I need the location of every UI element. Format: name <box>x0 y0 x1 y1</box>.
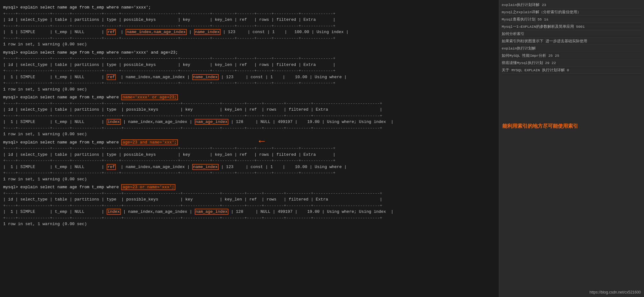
sidebar-item-10[interactable]: 关于 MYSQL EXPLAIN 执行计划详解 0 <box>502 68 641 74</box>
type-highlight-5: index <box>107 209 121 215</box>
type-highlight-4: ref <box>107 164 116 170</box>
condition-3: name='xxxx' or age=23; <box>121 94 178 100</box>
condition-5: age=23 or name='xxx'; <box>121 184 175 190</box>
sidebar-item-9-label: 彻底读懂Mysql执行计划 29 22 <box>502 61 556 65</box>
sidebar-item-4-label: Mysql一I—EXPLAIN的参数解析及简单应用 5001 <box>502 25 585 29</box>
query-4-prompt: mysql> explain select name age from t_em… <box>3 139 489 146</box>
type-highlight-2: ref <box>107 74 116 80</box>
header-2: | id | select_type | table | partitions … <box>3 62 489 68</box>
header-5: | id | select_type | table | partitions … <box>3 196 489 203</box>
divider: +----+-------------+-------+------------… <box>3 11 489 17</box>
type-highlight-3: index <box>107 119 121 125</box>
divider: +----+-------------+-------+------------… <box>3 23 489 29</box>
header-1: | id | select_type | table | partitions … <box>3 17 489 23</box>
sidebar-item-5[interactable]: 如何分析索引 <box>502 32 641 38</box>
terminal-area: mysql> explain select name age from t_em… <box>0 0 492 232</box>
divider: +----+-------------+-------+------------… <box>3 113 489 119</box>
key-highlight-4: name_index <box>192 164 219 170</box>
sidebar-item-4[interactable]: Mysql一I—EXPLAIN的参数解析及简单应用 5001 <box>502 24 641 30</box>
key-highlight-5: nam_age_index <box>195 209 228 215</box>
divider: +----+-------------+-------+------------… <box>3 158 489 164</box>
sidebar-item-1[interactable]: explain执行计划详解 23 <box>502 3 641 9</box>
key-highlight-2: name_index <box>192 74 219 80</box>
key-highlight-1: name_index <box>194 29 221 35</box>
sidebar: explain执行计划详解 23 mysql之explain详解（分析索引的最佳… <box>499 0 644 297</box>
divider: +----+-------------+-------+------------… <box>3 203 489 209</box>
sidebar-item-1-label: explain执行计划详解 23 <box>502 3 546 7</box>
divider: +----+-------------+-------+------------… <box>3 35 489 42</box>
sidebar-item-2-label: mysql之explain详解（分析索引的最佳使用） <box>502 10 581 14</box>
type-highlight-1: ref <box>107 29 116 35</box>
result-row-2: | 1 | SIMPLE | t_emp | NULL | ref | name… <box>3 74 489 80</box>
divider: +----+-------------+-------+------------… <box>3 68 489 74</box>
sidebar-item-10-label: 关于 MYSQL EXPLAIN 执行计划详解 0 <box>502 68 569 72</box>
condition-4: age=23 and name='xxx'; <box>121 139 178 145</box>
divider: +----+-------------+-------+------------… <box>3 80 489 86</box>
divider: +----+-------------+-------+------------… <box>3 145 489 152</box>
divider: +----+-------------+-------+------------… <box>3 125 489 131</box>
query-3-prompt: mysql> explain select name age from t_em… <box>3 94 489 101</box>
summary-5: 1 row in set, 1 warning (0.00 sec) <box>3 221 489 227</box>
arrow-icon: ← <box>259 136 265 147</box>
sidebar-item-8[interactable]: 如何MySQL 性能Impr分析 25 25 <box>502 53 641 59</box>
sidebar-item-7-label: explain执行计划解 <box>502 46 536 50</box>
summary-2: 1 row in set, 1 warning (0.00 sec) <box>3 86 489 93</box>
summary-3: 1 row in set, 1 warning (0.00 sec) <box>3 131 489 137</box>
query-2-prompt: mysql> explain select name age from t_em… <box>3 50 489 56</box>
sidebar-item-7[interactable]: explain执行计划解 <box>502 46 641 52</box>
annotation-text: 能利用索引的地方尽可能使用索引 <box>502 123 578 130</box>
divider: +----+-------------+-------+------------… <box>3 170 489 176</box>
sidebar-item-9[interactable]: 彻底读懂Mysql执行计划 29 22 <box>502 61 641 67</box>
result-row-4: | 1 | SIMPLE | t_emp | NULL | ref | name… <box>3 164 489 170</box>
sidebar-item-3-label: Mysql查看执行计划 55 1s <box>502 17 548 21</box>
result-row-5: | 1 | SIMPLE | t_emp | NULL | index | na… <box>3 209 489 215</box>
possible-keys-1: name_index,nam_age_index <box>126 29 186 35</box>
sidebar-item-8-label: 如何MySQL 性能Impr分析 25 25 <box>502 54 559 58</box>
result-row-3: | 1 | SIMPLE | t_emp | NULL | index | na… <box>3 119 489 125</box>
sidebar-item-5-label: 如何分析索引 <box>502 32 524 36</box>
divider: +----+-------------+-------+------------… <box>3 101 489 107</box>
divider: +----+-------------+-------+------------… <box>3 215 489 221</box>
divider: +----+-------------+-------+------------… <box>3 55 489 62</box>
summary-4: 1 row in set, 1 warning (0.00 sec) <box>3 176 489 183</box>
query-5-prompt: mysql> explain select name age from t_em… <box>3 184 489 190</box>
divider: +----+-------------+-------+------------… <box>3 190 489 197</box>
query-1-prompt: mysql> explain select name age from t_em… <box>3 4 489 11</box>
sidebar-item-6-label: 如果索引列柱状图显示下 进一步进去基础实际使用 <box>502 39 587 43</box>
header-3: | id | select_type | table | partitions … <box>3 107 489 113</box>
header-4: | id | select_type | table | partitions … <box>3 152 489 158</box>
url-bar: https://blog.csdn.net/cx521600 <box>589 290 641 294</box>
key-highlight-3: nam_age_index <box>195 119 228 125</box>
sidebar-item-6[interactable]: 如果索引列柱状图显示下 进一步进去基础实际使用 <box>502 39 641 45</box>
summary-1: 1 row in set, 1 warning (0.00 sec) <box>3 41 489 48</box>
sidebar-item-3[interactable]: Mysql查看执行计划 55 1s <box>502 17 641 23</box>
result-row-1: | 1 | SIMPLE | t_emp | NULL | ref | name… <box>3 29 489 35</box>
sidebar-item-2[interactable]: mysql之explain详解（分析索引的最佳使用） <box>502 10 641 16</box>
